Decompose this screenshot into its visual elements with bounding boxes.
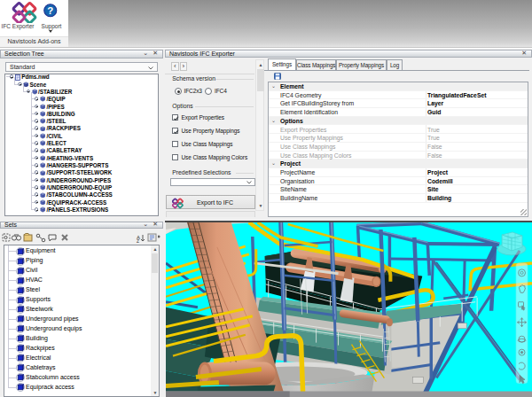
svg-text:?: ? (47, 5, 53, 16)
svg-text:Z: Z (137, 238, 139, 244)
